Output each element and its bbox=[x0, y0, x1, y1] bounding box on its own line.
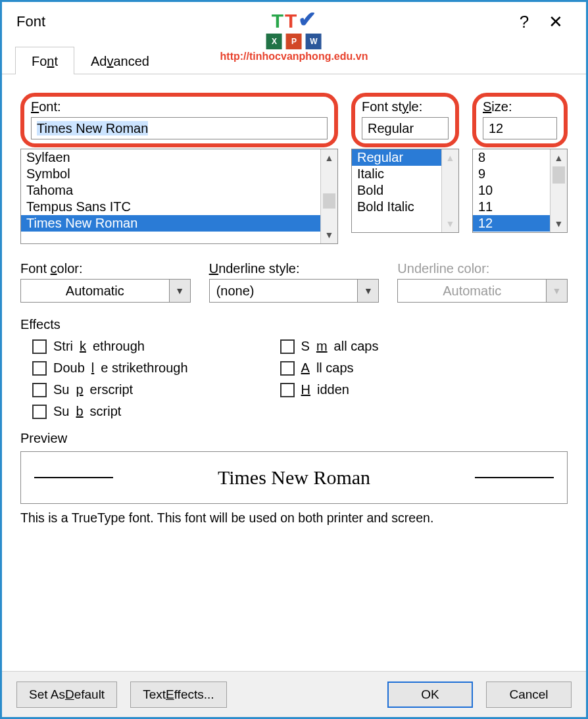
font-dialog: TT✔ XPW http://tinhocvanphong.edu.vn Fon… bbox=[0, 0, 588, 719]
underline-style-label: Underline style: bbox=[209, 261, 380, 276]
checkbox-subscript[interactable]: Subscript bbox=[32, 404, 188, 419]
style-label: Font style: bbox=[362, 99, 449, 114]
checkbox-small-caps[interactable]: Small caps bbox=[280, 339, 379, 354]
font-list-item[interactable]: Sylfaen bbox=[21, 149, 320, 166]
size-list-item[interactable]: 9 bbox=[473, 166, 550, 182]
size-highlight: Size: 12 bbox=[472, 93, 568, 147]
dialog-footer: Set As Default Text Effects... OK Cancel bbox=[2, 671, 586, 717]
titlebar: Font ? ✕ bbox=[2, 2, 586, 41]
checkbox-double-strikethrough[interactable]: Double strikethrough bbox=[32, 360, 188, 376]
scroll-down-icon[interactable]: ▼ bbox=[325, 226, 334, 243]
size-input[interactable]: 12 bbox=[483, 117, 557, 139]
preview-line-right bbox=[475, 477, 554, 478]
set-default-button[interactable]: Set As Default bbox=[16, 682, 117, 708]
preview-line-left bbox=[34, 477, 113, 478]
style-list-item[interactable]: Bold Italic bbox=[352, 199, 441, 215]
preview-description: This is a TrueType font. This font will … bbox=[20, 510, 568, 526]
style-scrollbar[interactable]: ▲ ▼ bbox=[441, 149, 458, 232]
font-color-label: Font color: bbox=[20, 261, 191, 276]
chevron-down-icon[interactable]: ▼ bbox=[169, 280, 190, 302]
cancel-button[interactable]: Cancel bbox=[486, 682, 572, 708]
scroll-up-icon[interactable]: ▲ bbox=[446, 149, 455, 166]
font-list-item[interactable]: Symbol bbox=[21, 166, 320, 182]
ok-button[interactable]: OK bbox=[387, 682, 473, 708]
help-button[interactable]: ? bbox=[508, 12, 540, 32]
dialog-content: Font: Times New Roman Sylfaen Symbol Tah… bbox=[2, 74, 586, 671]
size-list-item[interactable]: 8 bbox=[473, 149, 550, 166]
size-list-item[interactable]: 11 bbox=[473, 199, 550, 215]
font-color-combo[interactable]: Automatic ▼ bbox=[20, 279, 191, 303]
preview-text: Times New Roman bbox=[218, 466, 370, 489]
font-list[interactable]: Sylfaen Symbol Tahoma Tempus Sans ITC Ti… bbox=[20, 149, 338, 244]
chevron-down-icon[interactable]: ▼ bbox=[357, 280, 378, 302]
scroll-down-icon[interactable]: ▼ bbox=[446, 215, 455, 232]
underline-color-label: Underline color: bbox=[397, 261, 568, 276]
size-scrollbar[interactable]: ▲ ▼ bbox=[550, 149, 567, 232]
style-input[interactable]: Regular bbox=[362, 117, 449, 139]
text-effects-button[interactable]: Text Effects... bbox=[130, 682, 226, 708]
tab-advanced[interactable]: Advanced bbox=[74, 47, 166, 74]
scroll-down-icon[interactable]: ▼ bbox=[554, 215, 564, 232]
dialog-title: Font bbox=[16, 13, 45, 30]
close-button[interactable]: ✕ bbox=[540, 12, 572, 32]
font-list-item[interactable]: Times New Roman bbox=[21, 215, 320, 232]
size-list-item[interactable]: 12 bbox=[473, 215, 550, 232]
effects-label: Effects bbox=[20, 317, 568, 332]
checkbox-strikethrough[interactable]: Strikethrough bbox=[32, 339, 188, 354]
font-highlight: Font: Times New Roman bbox=[20, 93, 338, 147]
tabs: Font Advanced bbox=[2, 41, 586, 74]
size-list-item[interactable]: 10 bbox=[473, 182, 550, 199]
checkbox-all-caps[interactable]: All caps bbox=[280, 360, 379, 376]
style-list-item[interactable]: Regular bbox=[352, 149, 441, 166]
preview-label: Preview bbox=[20, 431, 568, 446]
size-list[interactable]: 8 9 10 11 12 ▲ ▼ bbox=[472, 149, 568, 233]
underline-style-combo[interactable]: (none) ▼ bbox=[209, 279, 380, 303]
style-list[interactable]: Regular Italic Bold Bold Italic ▲ ▼ bbox=[351, 149, 459, 233]
style-list-item[interactable]: Bold bbox=[352, 182, 441, 199]
preview-box: Times New Roman bbox=[20, 451, 568, 504]
font-label: Font: bbox=[31, 99, 328, 114]
font-input[interactable]: Times New Roman bbox=[31, 117, 328, 139]
effects-group: Strikethrough Double strikethrough Super… bbox=[20, 339, 568, 419]
font-scrollbar[interactable]: ▲ ▼ bbox=[320, 149, 337, 243]
scroll-up-icon[interactable]: ▲ bbox=[554, 149, 564, 166]
scroll-up-icon[interactable]: ▲ bbox=[325, 149, 334, 166]
size-label: Size: bbox=[483, 99, 557, 114]
chevron-down-icon: ▼ bbox=[546, 280, 567, 302]
style-highlight: Font style: Regular bbox=[351, 93, 459, 147]
checkbox-hidden[interactable]: Hidden bbox=[280, 382, 379, 397]
checkbox-superscript[interactable]: Superscript bbox=[32, 382, 188, 397]
tab-font[interactable]: Font bbox=[15, 47, 74, 74]
font-list-item[interactable]: Tahoma bbox=[21, 182, 320, 199]
font-list-item[interactable]: Tempus Sans ITC bbox=[21, 199, 320, 215]
style-list-item[interactable]: Italic bbox=[352, 166, 441, 182]
underline-color-combo: Automatic ▼ bbox=[397, 279, 568, 303]
